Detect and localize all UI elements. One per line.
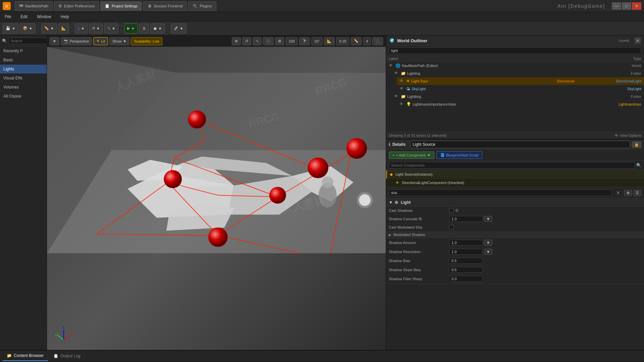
shadow-amount-dropdown[interactable]: ▼ [484, 240, 492, 246]
maximize-viewport-btn[interactable]: ⬛ [372, 37, 383, 45]
sidebar-item-all[interactable]: All Classe [0, 92, 47, 101]
maximize-button[interactable]: □ [622, 2, 631, 10]
translate-snap-btn[interactable]: ⊕ [232, 37, 241, 45]
shadow-cascade-input[interactable] [449, 216, 483, 222]
outliner-item-lightmass[interactable]: 👁 💡 LightmassImportanceVolur LightmassIm… [397, 101, 644, 108]
close-button[interactable]: ✕ [632, 2, 641, 10]
outliner-view-options[interactable]: 👁 View Options [614, 133, 641, 137]
blueprint-btn[interactable]: 📘 Blueprint/Add Script [436, 151, 482, 159]
lit-btn[interactable]: ☀ Lit [93, 37, 108, 45]
shadow-resolution-dropdown[interactable]: ▼ [484, 249, 492, 255]
outliner-item-lighting[interactable]: 👁 📁 Lighting Folder [391, 70, 644, 77]
show-btn[interactable]: Show ▼ [109, 37, 129, 45]
sidebar-item-visual[interactable]: Visual Effe [0, 74, 47, 83]
viewport-dropdown-btn[interactable]: ▼ [50, 37, 59, 45]
sidebar-item-recently[interactable]: Recently P [0, 47, 47, 56]
tab-content-browser[interactable]: 📁 Content Browser [3, 351, 48, 361]
svg-text:X: X [71, 333, 73, 337]
light-section-header[interactable]: ▼ Light [386, 198, 644, 207]
shadow-cascade-dropdown[interactable]: ▼ [484, 216, 492, 222]
camera-speed-btn[interactable]: 🎥 [263, 37, 274, 45]
sidebar-item-volumes[interactable]: Volumes [0, 83, 47, 92]
launch-btn[interactable]: 🚀 ▼ [171, 23, 186, 34]
details-grid-btn[interactable]: ⊞ [624, 190, 632, 196]
transform-btn[interactable]: ↕ ▼ [75, 23, 88, 34]
shadow-resolution-input[interactable] [449, 249, 483, 255]
tab-navmeshpath[interactable]: 🗺 NavMeshPath [15, 1, 53, 11]
shadow-filter-input[interactable] [449, 276, 483, 282]
viewport-canvas[interactable]: 人人素材 RRCG 人人素材 RRCG 人人素材 X Y Z [47, 47, 386, 350]
scale-btn[interactable]: ⤡ ▼ [104, 23, 118, 34]
eye-icon-3: 👁 [399, 78, 405, 84]
grid-btn[interactable]: ⊞ [275, 37, 284, 45]
tab-settings-label: Project Settings [112, 4, 138, 8]
cast-shadows-checkbox[interactable] [449, 208, 454, 213]
viewport-area[interactable]: ▼ 📷 Perspective ☀ Lit Show ▼ Scalability… [47, 36, 386, 350]
outliner-item-light-source[interactable]: 👁 ☀ Light Sour Directional DirectionalLi… [397, 77, 644, 85]
search-components-input[interactable] [389, 162, 635, 169]
angle-btn[interactable]: 📐 [324, 37, 335, 45]
title-bar: U 🗺 NavMeshPath ⚙ Editor Preferences 📋 P… [0, 0, 644, 12]
menu-help[interactable]: Help [59, 14, 71, 20]
cast-modulated-checkbox[interactable] [449, 225, 454, 230]
scalability-btn[interactable]: Scalability: Low [131, 37, 162, 45]
place-btn[interactable]: 📐 [58, 23, 69, 34]
shadow-slope-input[interactable] [449, 267, 483, 273]
tab-session-frontend[interactable]: 🖥 Session Frontend [143, 1, 187, 11]
outliner-search-input[interactable] [389, 47, 641, 54]
skylight-icon: 🌤 [406, 86, 410, 91]
rotate-btn[interactable]: ↺ ▼ [89, 23, 103, 34]
details-search-input[interactable] [389, 189, 612, 196]
minimize-button[interactable]: — [612, 2, 621, 10]
simulate-btn[interactable]: ⏸ [139, 23, 149, 34]
tab-plugins-label: Plugins [200, 4, 212, 8]
light-section: ▼ Light Cast Shadows ⚙ Shadow [386, 198, 644, 284]
simulate-icon: ⏸ [142, 26, 146, 31]
fov-value: 100 [285, 37, 298, 45]
output-log-label: Output Log [60, 354, 80, 358]
outliner-item-lightting[interactable]: 👁 📁 Lightting Folder [391, 93, 644, 101]
outliner-close-btn[interactable]: ✕ [635, 38, 641, 44]
shadow-amount-input[interactable] [449, 240, 483, 246]
save-current-btn[interactable]: 💾 ▼ [3, 23, 18, 34]
component-light-source-instance[interactable]: ◆ Light Source(Instance) [386, 170, 644, 179]
tab-project-settings[interactable]: 📋 Project Settings [100, 1, 142, 11]
modulated-arrow: ▶ [389, 233, 391, 237]
stop-btn[interactable]: ⏹ ▼ [150, 23, 165, 34]
play-btn[interactable]: ▶ ▼ [124, 23, 138, 34]
details-clear-btn[interactable]: ✕ [613, 189, 623, 197]
sidebar-item-lights[interactable]: Lights [0, 65, 47, 74]
launch-icon: 🚀 [174, 26, 178, 31]
sidebar-item-basic[interactable]: Basic [0, 56, 47, 65]
menu-file[interactable]: File [3, 14, 13, 20]
add-component-btn[interactable]: + + Add Component ▼ [389, 152, 434, 159]
component-directional-light[interactable]: ☀ DirectionalLightComponent (Inherited) [386, 179, 644, 187]
details-list-btn[interactable]: ☰ [633, 190, 641, 196]
navmesh-label: NavMeshPath (Editor) [402, 64, 574, 68]
menu-edit[interactable]: Edit [18, 14, 30, 20]
outliner-item-skylight[interactable]: 👁 🌤 SkyLight SkyLight [397, 85, 644, 93]
tab-navmeshpath-label: NavMeshPath [25, 4, 48, 8]
main-toolbar: 💾 ▼ 📦 ▼ ✏️ ▼ 📐 ↕ ▼ ↺ ▼ ⤡ ▼ ▶ ▼ ⏸ ⏹ ▼ 🚀 ▼ [0, 21, 644, 36]
menu-window[interactable]: Window [35, 14, 53, 20]
content-drawer-btn[interactable]: 📦 ▼ [20, 23, 36, 34]
shadow-bias-input[interactable] [449, 258, 483, 264]
shadow-slope-value [449, 267, 641, 273]
shadow-resolution-label: Shadow Resolution : [389, 250, 449, 254]
prop-shadow-resolution: Shadow Resolution : ▼ [386, 247, 644, 256]
outliner-item-navmesh[interactable]: 👁 🌐 NavMeshPath (Editor) World [386, 62, 644, 70]
details-title: Details [392, 142, 406, 147]
fov-btn[interactable]: 🔭 [299, 37, 310, 45]
scale-type-btn[interactable]: 📏 [351, 37, 362, 45]
tab-session-icon: 🖥 [148, 4, 152, 8]
tab-output-log[interactable]: 📋 Output Log [49, 351, 85, 361]
tab-editor-preferences[interactable]: ⚙ Editor Preferences [54, 1, 99, 11]
details-lock-btn[interactable]: 🔒 [632, 141, 641, 148]
tab-plugins[interactable]: 🔌 Plugins [188, 1, 216, 11]
modes-btn[interactable]: ✏️ ▼ [41, 23, 57, 34]
levels-tab[interactable]: Levels [619, 39, 629, 43]
perspective-btn[interactable]: 📷 Perspective [61, 37, 92, 45]
scale-snap-btn[interactable]: ⤡ [253, 37, 262, 45]
instance-name-input[interactable] [410, 141, 630, 148]
rotate-snap-btn[interactable]: ↺ [242, 37, 251, 45]
